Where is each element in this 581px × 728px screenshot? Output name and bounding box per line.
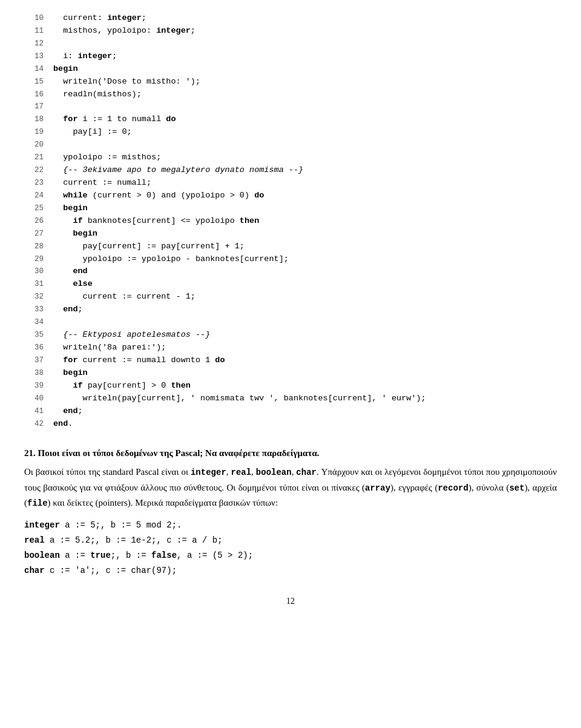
- line-number: 12: [24, 38, 44, 50]
- question-body-paragraph: Οι βασικοί τύποι της standard Pascal είν…: [24, 465, 557, 510]
- line-number: 18: [24, 114, 44, 125]
- line-number: 29: [24, 254, 44, 265]
- line-number: 27: [24, 228, 44, 240]
- code-line-41: 41 end;: [24, 405, 557, 418]
- line-number: 40: [24, 393, 44, 405]
- line-number: 36: [24, 342, 44, 354]
- line-number: 21: [24, 152, 44, 164]
- code-line-42: 42 end.: [24, 418, 557, 431]
- code-line-10: 10 current: integer;: [24, 12, 557, 25]
- code-text: current: integer;: [53, 12, 146, 25]
- example-integer: integer a := 5;, b := 5 mod 2;.: [24, 518, 557, 533]
- code-text: {-- 3ekivame apo to megalytero dynato no…: [53, 164, 303, 177]
- line-number: 37: [24, 355, 44, 366]
- code-line-12: 12: [24, 38, 557, 50]
- line-number: 11: [24, 25, 44, 37]
- line-number: 30: [24, 266, 44, 277]
- code-line-21: 21 ypoloipo := misthos;: [24, 151, 557, 164]
- code-text: begin: [53, 367, 88, 380]
- question-title: 21. Ποιοι είναι οι τύποι δεδομένων της P…: [24, 448, 557, 458]
- code-text: if banknotes[current] <= ypoloipo then: [53, 215, 259, 228]
- line-number: 22: [24, 165, 44, 176]
- code-line-31: 31 else: [24, 278, 557, 291]
- line-number: 26: [24, 216, 44, 227]
- code-line-16: 16 readln(misthos);: [24, 88, 557, 101]
- code-line-24: 24 while (current > 0) and (ypoloipo > 0…: [24, 190, 557, 202]
- line-number: 32: [24, 291, 44, 303]
- code-text: end.: [53, 418, 73, 431]
- line-number: 25: [24, 203, 44, 214]
- code-line-18: 18 for i := 1 to numall do: [24, 113, 557, 126]
- code-line-36: 36 writeln('8a parei:');: [24, 342, 557, 354]
- code-text: ypoloipo := misthos;: [53, 151, 161, 164]
- code-text: misthos, ypoloipo: integer;: [53, 25, 195, 38]
- line-number: 14: [24, 64, 44, 75]
- code-text: pay[i] := 0;: [53, 126, 132, 139]
- code-line-27: 27 begin: [24, 228, 557, 240]
- code-line-29: 29 ypoloipo := ypoloipo - banknotes[curr…: [24, 253, 557, 266]
- example-boolean: boolean a := true;, b := false, a := (5 …: [24, 548, 557, 563]
- code-line-32: 32 current := current - 1;: [24, 291, 557, 303]
- line-number: 17: [24, 101, 44, 113]
- line-number: 10: [24, 13, 44, 24]
- code-text: for i := 1 to numall do: [53, 113, 176, 126]
- line-number: 41: [24, 406, 44, 417]
- code-line-22: 22 {-- 3ekivame apo to megalytero dynato…: [24, 164, 557, 177]
- line-number: 16: [24, 89, 44, 101]
- code-line-23: 23 current := numall;: [24, 177, 557, 190]
- page-number: 12: [24, 597, 557, 606]
- code-line-33: 33 end;: [24, 303, 557, 316]
- line-number: 35: [24, 329, 44, 341]
- code-text: i: integer;: [53, 50, 117, 63]
- question-block: 21. Ποιοι είναι οι τύποι δεδομένων της P…: [24, 448, 557, 578]
- example-char: char c := 'a';, c := char(97);: [24, 563, 557, 578]
- code-line-39: 39 if pay[current] > 0 then: [24, 380, 557, 392]
- code-text: [53, 316, 58, 329]
- line-number: 33: [24, 304, 44, 316]
- line-number: 38: [24, 368, 44, 379]
- example-real: real a := 5.2;, b := 1e-2;, c := a / b;: [24, 533, 557, 548]
- code-text: begin: [53, 63, 78, 76]
- line-number: 23: [24, 177, 44, 189]
- code-text: {-- Ektyposi apotelesmatos --}: [53, 329, 210, 342]
- code-text: if pay[current] > 0 then: [53, 380, 191, 392]
- code-line-26: 26 if banknotes[current] <= ypoloipo the…: [24, 215, 557, 228]
- line-number: 39: [24, 380, 44, 392]
- code-line-30: 30 end: [24, 265, 557, 278]
- code-line-17: 17: [24, 101, 557, 113]
- code-line-19: 19 pay[i] := 0;: [24, 126, 557, 139]
- code-text: ypoloipo := ypoloipo - banknotes[current…: [53, 253, 289, 266]
- line-number: 31: [24, 279, 44, 290]
- code-line-11: 11 misthos, ypoloipo: integer;: [24, 25, 557, 38]
- line-number: 13: [24, 51, 44, 62]
- code-text: writeln(pay[current], ' nomismata twv ',…: [53, 392, 426, 405]
- question-title-text: Ποιοι είναι οι τύποι δεδομένων της Pasca…: [38, 448, 320, 458]
- code-line-40: 40 writeln(pay[current], ' nomismata twv…: [24, 392, 557, 405]
- code-block: 10 current: integer; 11 misthos, ypoloip…: [24, 12, 557, 430]
- code-text: else: [53, 278, 93, 291]
- line-number: 15: [24, 76, 44, 88]
- code-text: current := numall;: [53, 177, 151, 190]
- code-text: pay[current] := pay[current] + 1;: [53, 240, 245, 253]
- code-text: for current := numall downto 1 do: [53, 354, 225, 367]
- code-text: [53, 38, 58, 50]
- line-number: 19: [24, 127, 44, 138]
- code-line-35: 35 {-- Ektyposi apotelesmatos --}: [24, 329, 557, 342]
- line-number: 34: [24, 317, 44, 328]
- code-text: current := current - 1;: [53, 291, 195, 303]
- code-text: begin: [53, 202, 88, 215]
- code-examples: integer a := 5;, b := 5 mod 2;. real a :…: [24, 518, 557, 579]
- code-line-37: 37 for current := numall downto 1 do: [24, 354, 557, 367]
- line-number: 24: [24, 190, 44, 202]
- code-text: end;: [53, 303, 83, 316]
- code-text: end;: [53, 405, 83, 418]
- line-number: 20: [24, 139, 44, 151]
- code-line-38: 38 begin: [24, 367, 557, 380]
- code-line-34: 34: [24, 316, 557, 329]
- code-line-14: 14 begin: [24, 63, 557, 76]
- code-line-13: 13 i: integer;: [24, 50, 557, 63]
- code-line-15: 15 writeln('Dose to mistho: ');: [24, 76, 557, 88]
- question-number: 21: [24, 448, 33, 458]
- code-text: [53, 139, 58, 151]
- code-text: end: [53, 265, 88, 278]
